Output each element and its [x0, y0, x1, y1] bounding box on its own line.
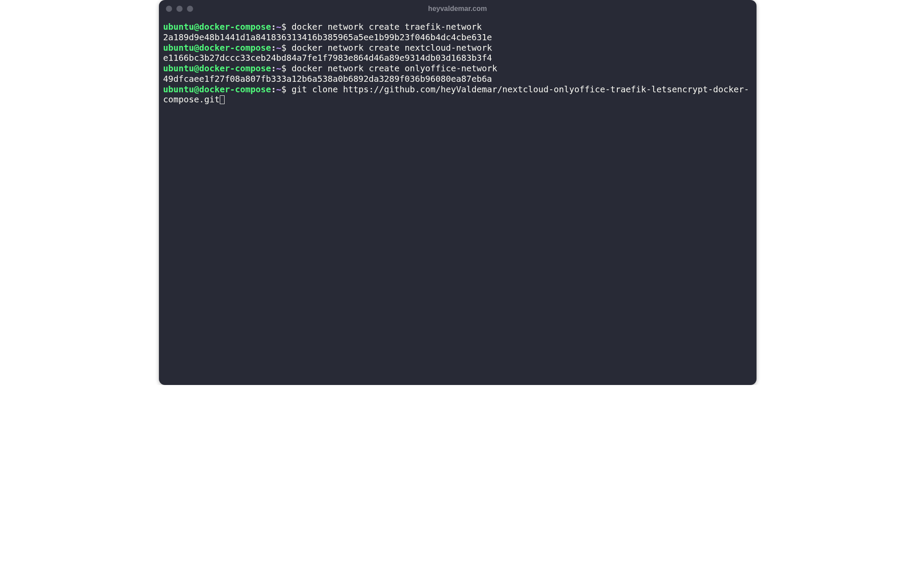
window-controls — [166, 6, 193, 12]
window-title: heyvaldemar.com — [428, 5, 487, 13]
prompt-colon: : — [271, 84, 276, 94]
terminal-line: ubuntu@docker-compose:~$ docker network … — [163, 43, 752, 53]
maximize-icon[interactable] — [187, 6, 193, 12]
titlebar: heyvaldemar.com — [159, 0, 757, 18]
output-line: 49dfcaee1f27f08a807fb333a12b6a538a0b6892… — [163, 74, 752, 84]
terminal-line: ubuntu@docker-compose:~$ docker network … — [163, 63, 752, 74]
prompt-path: ~ — [276, 84, 282, 94]
cursor-icon — [220, 95, 225, 104]
command-text: docker network create onlyoffice-network — [292, 63, 497, 74]
prompt-path: ~ — [276, 63, 282, 74]
prompt-colon: : — [271, 22, 276, 32]
prompt-user-host: ubuntu@docker-compose — [163, 22, 271, 32]
minimize-icon[interactable] — [176, 6, 183, 12]
prompt-dollar: $ — [282, 84, 292, 94]
terminal-line: ubuntu@docker-compose:~$ docker network … — [163, 22, 752, 32]
prompt-dollar: $ — [282, 22, 292, 32]
prompt-path: ~ — [276, 22, 282, 32]
prompt-user-host: ubuntu@docker-compose — [163, 63, 271, 74]
command-text: docker network create traefik-network — [292, 22, 482, 32]
prompt-colon: : — [271, 63, 276, 74]
prompt-user-host: ubuntu@docker-compose — [163, 43, 271, 53]
prompt-dollar: $ — [282, 43, 292, 53]
terminal-window: heyvaldemar.com ubuntu@docker-compose:~$… — [159, 0, 757, 385]
output-line: e1166bc3b27dccc33ceb24bd84a7fe1f7983e864… — [163, 53, 752, 63]
prompt-colon: : — [271, 43, 276, 53]
prompt-dollar: $ — [282, 63, 292, 74]
close-icon[interactable] — [166, 6, 172, 12]
prompt-user-host: ubuntu@docker-compose — [163, 84, 271, 94]
terminal-body[interactable]: ubuntu@docker-compose:~$ docker network … — [159, 18, 757, 385]
command-text: docker network create nextcloud-network — [292, 43, 492, 53]
terminal-line: ubuntu@docker-compose:~$ git clone https… — [163, 84, 752, 105]
output-line: 2a189d9e48b1441d1a841836313416b385965a5e… — [163, 32, 752, 43]
prompt-path: ~ — [276, 43, 282, 53]
